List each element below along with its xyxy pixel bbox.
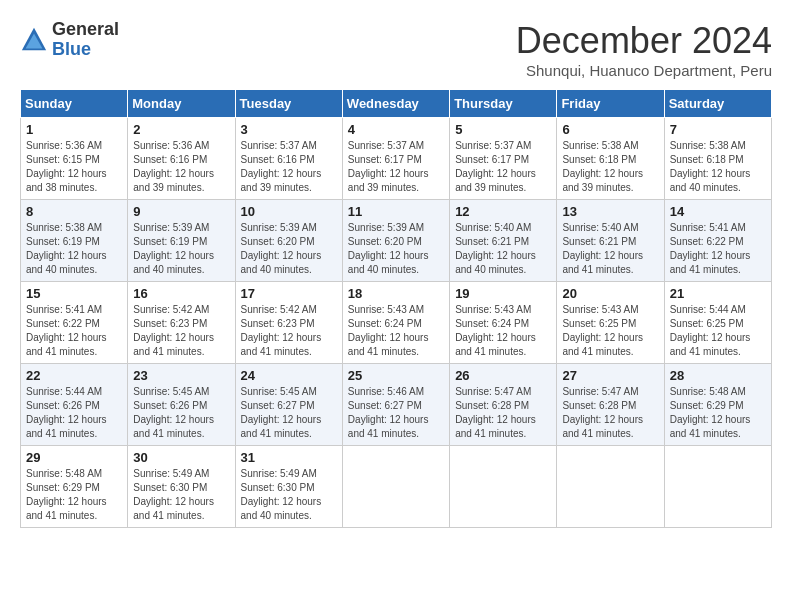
logo-blue-text: Blue bbox=[52, 40, 119, 60]
day-number: 30 bbox=[133, 450, 229, 465]
day-info: Sunrise: 5:39 AMSunset: 6:20 PMDaylight:… bbox=[241, 222, 322, 275]
calendar-day-cell: 8 Sunrise: 5:38 AMSunset: 6:19 PMDayligh… bbox=[21, 200, 128, 282]
day-info: Sunrise: 5:41 AMSunset: 6:22 PMDaylight:… bbox=[670, 222, 751, 275]
day-info: Sunrise: 5:49 AMSunset: 6:30 PMDaylight:… bbox=[241, 468, 322, 521]
day-info: Sunrise: 5:39 AMSunset: 6:20 PMDaylight:… bbox=[348, 222, 429, 275]
weekday-header: Tuesday bbox=[235, 90, 342, 118]
title-area: December 2024 Shunqui, Huanuco Departmen… bbox=[516, 20, 772, 79]
day-number: 31 bbox=[241, 450, 337, 465]
calendar-table: SundayMondayTuesdayWednesdayThursdayFrid… bbox=[20, 89, 772, 528]
calendar-day-cell: 26 Sunrise: 5:47 AMSunset: 6:28 PMDaylig… bbox=[450, 364, 557, 446]
day-number: 27 bbox=[562, 368, 658, 383]
day-number: 25 bbox=[348, 368, 444, 383]
logo-icon bbox=[20, 26, 48, 54]
calendar-week-row: 8 Sunrise: 5:38 AMSunset: 6:19 PMDayligh… bbox=[21, 200, 772, 282]
day-info: Sunrise: 5:43 AMSunset: 6:24 PMDaylight:… bbox=[455, 304, 536, 357]
day-number: 2 bbox=[133, 122, 229, 137]
calendar-day-cell: 18 Sunrise: 5:43 AMSunset: 6:24 PMDaylig… bbox=[342, 282, 449, 364]
calendar-day-cell: 17 Sunrise: 5:42 AMSunset: 6:23 PMDaylig… bbox=[235, 282, 342, 364]
calendar-day-cell: 15 Sunrise: 5:41 AMSunset: 6:22 PMDaylig… bbox=[21, 282, 128, 364]
day-info: Sunrise: 5:42 AMSunset: 6:23 PMDaylight:… bbox=[241, 304, 322, 357]
day-number: 8 bbox=[26, 204, 122, 219]
day-number: 28 bbox=[670, 368, 766, 383]
day-number: 6 bbox=[562, 122, 658, 137]
day-info: Sunrise: 5:36 AMSunset: 6:16 PMDaylight:… bbox=[133, 140, 214, 193]
day-info: Sunrise: 5:38 AMSunset: 6:19 PMDaylight:… bbox=[26, 222, 107, 275]
day-info: Sunrise: 5:38 AMSunset: 6:18 PMDaylight:… bbox=[670, 140, 751, 193]
day-number: 9 bbox=[133, 204, 229, 219]
calendar-day-cell: 3 Sunrise: 5:37 AMSunset: 6:16 PMDayligh… bbox=[235, 118, 342, 200]
page-header: General Blue December 2024 Shunqui, Huan… bbox=[20, 20, 772, 79]
day-number: 26 bbox=[455, 368, 551, 383]
day-number: 7 bbox=[670, 122, 766, 137]
day-number: 21 bbox=[670, 286, 766, 301]
calendar-day-cell bbox=[557, 446, 664, 528]
calendar-week-row: 1 Sunrise: 5:36 AMSunset: 6:15 PMDayligh… bbox=[21, 118, 772, 200]
day-info: Sunrise: 5:46 AMSunset: 6:27 PMDaylight:… bbox=[348, 386, 429, 439]
calendar-day-cell: 2 Sunrise: 5:36 AMSunset: 6:16 PMDayligh… bbox=[128, 118, 235, 200]
day-number: 5 bbox=[455, 122, 551, 137]
logo-general-text: General bbox=[52, 20, 119, 40]
day-info: Sunrise: 5:47 AMSunset: 6:28 PMDaylight:… bbox=[562, 386, 643, 439]
day-info: Sunrise: 5:48 AMSunset: 6:29 PMDaylight:… bbox=[26, 468, 107, 521]
calendar-day-cell: 4 Sunrise: 5:37 AMSunset: 6:17 PMDayligh… bbox=[342, 118, 449, 200]
calendar-day-cell: 27 Sunrise: 5:47 AMSunset: 6:28 PMDaylig… bbox=[557, 364, 664, 446]
calendar-day-cell: 24 Sunrise: 5:45 AMSunset: 6:27 PMDaylig… bbox=[235, 364, 342, 446]
calendar-day-cell: 19 Sunrise: 5:43 AMSunset: 6:24 PMDaylig… bbox=[450, 282, 557, 364]
day-number: 17 bbox=[241, 286, 337, 301]
day-number: 4 bbox=[348, 122, 444, 137]
day-number: 22 bbox=[26, 368, 122, 383]
calendar-day-cell: 9 Sunrise: 5:39 AMSunset: 6:19 PMDayligh… bbox=[128, 200, 235, 282]
weekday-header: Sunday bbox=[21, 90, 128, 118]
calendar-day-cell: 13 Sunrise: 5:40 AMSunset: 6:21 PMDaylig… bbox=[557, 200, 664, 282]
day-info: Sunrise: 5:40 AMSunset: 6:21 PMDaylight:… bbox=[562, 222, 643, 275]
day-number: 3 bbox=[241, 122, 337, 137]
calendar-week-row: 29 Sunrise: 5:48 AMSunset: 6:29 PMDaylig… bbox=[21, 446, 772, 528]
month-title: December 2024 bbox=[516, 20, 772, 62]
calendar-day-cell: 31 Sunrise: 5:49 AMSunset: 6:30 PMDaylig… bbox=[235, 446, 342, 528]
day-info: Sunrise: 5:48 AMSunset: 6:29 PMDaylight:… bbox=[670, 386, 751, 439]
day-number: 14 bbox=[670, 204, 766, 219]
day-number: 12 bbox=[455, 204, 551, 219]
day-info: Sunrise: 5:37 AMSunset: 6:16 PMDaylight:… bbox=[241, 140, 322, 193]
calendar-day-cell: 10 Sunrise: 5:39 AMSunset: 6:20 PMDaylig… bbox=[235, 200, 342, 282]
day-info: Sunrise: 5:43 AMSunset: 6:25 PMDaylight:… bbox=[562, 304, 643, 357]
calendar-day-cell: 21 Sunrise: 5:44 AMSunset: 6:25 PMDaylig… bbox=[664, 282, 771, 364]
logo: General Blue bbox=[20, 20, 119, 60]
weekday-header-row: SundayMondayTuesdayWednesdayThursdayFrid… bbox=[21, 90, 772, 118]
day-info: Sunrise: 5:39 AMSunset: 6:19 PMDaylight:… bbox=[133, 222, 214, 275]
weekday-header: Monday bbox=[128, 90, 235, 118]
calendar-week-row: 22 Sunrise: 5:44 AMSunset: 6:26 PMDaylig… bbox=[21, 364, 772, 446]
day-info: Sunrise: 5:44 AMSunset: 6:26 PMDaylight:… bbox=[26, 386, 107, 439]
calendar-day-cell bbox=[664, 446, 771, 528]
day-number: 23 bbox=[133, 368, 229, 383]
calendar-day-cell: 6 Sunrise: 5:38 AMSunset: 6:18 PMDayligh… bbox=[557, 118, 664, 200]
weekday-header: Wednesday bbox=[342, 90, 449, 118]
subtitle: Shunqui, Huanuco Department, Peru bbox=[516, 62, 772, 79]
calendar-day-cell: 5 Sunrise: 5:37 AMSunset: 6:17 PMDayligh… bbox=[450, 118, 557, 200]
day-info: Sunrise: 5:43 AMSunset: 6:24 PMDaylight:… bbox=[348, 304, 429, 357]
calendar-day-cell: 30 Sunrise: 5:49 AMSunset: 6:30 PMDaylig… bbox=[128, 446, 235, 528]
calendar-day-cell bbox=[450, 446, 557, 528]
day-info: Sunrise: 5:37 AMSunset: 6:17 PMDaylight:… bbox=[348, 140, 429, 193]
day-number: 24 bbox=[241, 368, 337, 383]
day-info: Sunrise: 5:49 AMSunset: 6:30 PMDaylight:… bbox=[133, 468, 214, 521]
calendar-day-cell: 14 Sunrise: 5:41 AMSunset: 6:22 PMDaylig… bbox=[664, 200, 771, 282]
day-info: Sunrise: 5:44 AMSunset: 6:25 PMDaylight:… bbox=[670, 304, 751, 357]
day-info: Sunrise: 5:37 AMSunset: 6:17 PMDaylight:… bbox=[455, 140, 536, 193]
day-number: 13 bbox=[562, 204, 658, 219]
day-number: 19 bbox=[455, 286, 551, 301]
weekday-header: Saturday bbox=[664, 90, 771, 118]
calendar-day-cell: 7 Sunrise: 5:38 AMSunset: 6:18 PMDayligh… bbox=[664, 118, 771, 200]
calendar-day-cell bbox=[342, 446, 449, 528]
calendar-day-cell: 16 Sunrise: 5:42 AMSunset: 6:23 PMDaylig… bbox=[128, 282, 235, 364]
day-number: 15 bbox=[26, 286, 122, 301]
day-number: 11 bbox=[348, 204, 444, 219]
day-info: Sunrise: 5:45 AMSunset: 6:26 PMDaylight:… bbox=[133, 386, 214, 439]
day-info: Sunrise: 5:45 AMSunset: 6:27 PMDaylight:… bbox=[241, 386, 322, 439]
day-info: Sunrise: 5:40 AMSunset: 6:21 PMDaylight:… bbox=[455, 222, 536, 275]
calendar-day-cell: 22 Sunrise: 5:44 AMSunset: 6:26 PMDaylig… bbox=[21, 364, 128, 446]
day-number: 16 bbox=[133, 286, 229, 301]
day-info: Sunrise: 5:36 AMSunset: 6:15 PMDaylight:… bbox=[26, 140, 107, 193]
day-info: Sunrise: 5:47 AMSunset: 6:28 PMDaylight:… bbox=[455, 386, 536, 439]
